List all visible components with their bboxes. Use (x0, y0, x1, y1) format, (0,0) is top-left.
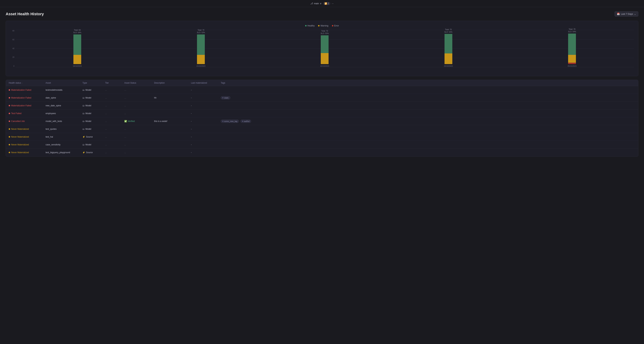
bar-date-4: 23/10/2023 (444, 65, 453, 67)
verified-label: Verified (128, 120, 135, 123)
last-materialized-cell: - (191, 97, 219, 99)
y-label-20: 20 (12, 56, 14, 58)
bar-stack-5 (568, 34, 576, 64)
bar-total-2: Total: 70 (197, 29, 205, 32)
tags-cell: static (221, 96, 635, 99)
bar-slo-5: SLO: 54% (568, 31, 576, 33)
bar-info-3: Total: 70 SLO: 53% (320, 30, 329, 35)
asset-cell: testmodelmostafa (46, 89, 81, 91)
table-row[interactable]: Never Materialized test_bigquery_playgro… (6, 149, 638, 156)
bar-stack-1 (74, 35, 81, 64)
table-header: Health status ↓ Asset Type Tier Asset St… (6, 80, 638, 86)
table-row[interactable]: Materialization Failed testmodelmostafa … (6, 86, 638, 94)
th-type: Type (82, 82, 104, 84)
bar-slo-1: SLO: 54% (73, 32, 82, 34)
asset-cell: model_with_tests (46, 120, 81, 123)
table-row[interactable]: Materialization Failed date_spine 🗂 Mode… (6, 94, 638, 102)
model-icon: 🗂 (82, 97, 84, 99)
error-dot (332, 25, 333, 27)
table-row[interactable]: Never Materialized case_sensitivity 🗂 Mo… (6, 141, 638, 149)
bar-stack-4 (444, 34, 452, 64)
legend-error: Error (332, 25, 339, 27)
asset-cell: test_bigquery_playground (46, 151, 81, 154)
th-tags: Tags (221, 82, 635, 84)
asset-status-cell: ... (124, 151, 153, 154)
date-filter-label: Last 7 Days (621, 13, 633, 15)
tag-static: static (221, 96, 230, 99)
bar-date-3: 22/10/2023 (320, 65, 329, 67)
bar-total-4: Total: 70 (444, 29, 452, 31)
table-row[interactable]: Materialization Failed new_date_spine 🗂 … (6, 102, 638, 110)
type-cell: 🗂 Model (82, 97, 104, 99)
tag-some-new-tag: some_new_tag (221, 120, 239, 123)
status-cell: Materialization Failed (9, 104, 44, 107)
verified-icon: ✅ (124, 120, 127, 123)
model-icon: 🗂 (82, 128, 84, 130)
status-cell: Materialization Failed (9, 97, 44, 99)
bar-healthy-3 (321, 35, 328, 53)
tier-cell: ... (105, 128, 123, 130)
topbar: ⎇ main ∨ 🔁 2 ··· (0, 0, 644, 7)
asset-cell: employees (46, 112, 81, 115)
tag-dot (222, 97, 224, 98)
model-icon: 🗂 (82, 104, 84, 107)
type-cell: ⚡ Source (82, 151, 104, 154)
status-dot-yellow (9, 152, 10, 153)
legend-warning: Warning (318, 25, 328, 27)
y-label-80: 80 (12, 30, 14, 32)
tier-cell: ... (105, 97, 123, 99)
type-cell: 🗂 Model (82, 104, 104, 107)
page-header: Asset Health History 📅 Last 7 Days ⌄ (6, 11, 638, 17)
warning-dot (318, 25, 320, 27)
last-materialized-cell: - (191, 89, 219, 91)
model-icon: 🗂 (82, 112, 84, 115)
th-health-status[interactable]: Health status ↓ (9, 82, 44, 84)
branch-icon: ⎇ (310, 2, 313, 5)
table-row[interactable]: Cancelled Job model_with_tests 🗂 Model .… (6, 117, 638, 125)
bar-info-4: Total: 70 SLO: 53% (444, 29, 452, 33)
type-cell: 🗂 Model (82, 112, 104, 115)
asset-cell: test_quotes (46, 128, 81, 130)
description-cell: this is a eedef (154, 120, 190, 123)
chevron-down-icon: ⌄ (634, 13, 636, 15)
asset-status-cell: ✅ Verified (124, 120, 153, 123)
table-row[interactable]: Never Materialized test_hai ⚡ Source ...… (6, 133, 638, 141)
bar-warning-2 (197, 55, 205, 64)
bar-group-4: Total: 70 SLO: 53% 23/10/2023 (444, 29, 453, 67)
bars-area: Total: 69 SLO: 54% 19/10/2023 Total: 70 … (16, 30, 634, 72)
bar-healthy-4 (444, 34, 452, 54)
status-label: Materialization Failed (11, 97, 31, 99)
bar-slo-3: SLO: 53% (320, 32, 329, 35)
sort-icon: ↓ (22, 82, 23, 84)
warning-label: Warning (320, 25, 328, 27)
bar-info-5: Total: 78 SLO: 54% (568, 28, 576, 33)
asset-status-cell: ... (124, 112, 153, 115)
bar-group-2: Total: 70 SLO: 53% 21/10/2023 (196, 29, 205, 67)
asset-status-cell: ... (124, 136, 153, 138)
type-cell: ⚡ Source (82, 136, 104, 138)
status-cell: Never Materialized (9, 136, 44, 138)
more-options-icon[interactable]: ··· (332, 2, 334, 5)
table-row[interactable]: Never Materialized test_quotes 🗂 Model .… (6, 125, 638, 133)
source-icon: ⚡ (82, 151, 85, 154)
date-filter-button[interactable]: 📅 Last 7 Days ⌄ (614, 11, 638, 17)
tier-cell: ... (105, 112, 123, 115)
bar-warning-5 (568, 55, 576, 63)
type-cell: 🗂 Model (82, 89, 104, 91)
calendar-icon: 📅 (617, 13, 620, 15)
bar-error-5 (568, 63, 576, 64)
status-cell: Materialization Failed (9, 89, 44, 91)
bar-group-1: Total: 69 SLO: 54% 19/10/2023 (73, 29, 82, 67)
bar-total-1: Total: 69 (73, 29, 82, 32)
type-cell: 🗂 Model (82, 120, 104, 123)
status-label: Materialization Failed (11, 89, 31, 91)
status-dot-yellow (9, 128, 10, 130)
y-label-60: 60 (12, 39, 14, 41)
bar-warning-3 (321, 53, 328, 64)
tier-cell: ... (105, 136, 123, 138)
last-materialized-cell: - (191, 151, 219, 154)
branch-selector[interactable]: ⎇ main ∨ (310, 2, 322, 5)
table-row[interactable]: Test Failed employees 🗂 Model ... ... - (6, 110, 638, 117)
commit-indicator[interactable]: 🔁 2 (323, 2, 330, 5)
tier-cell: ... (105, 89, 123, 91)
